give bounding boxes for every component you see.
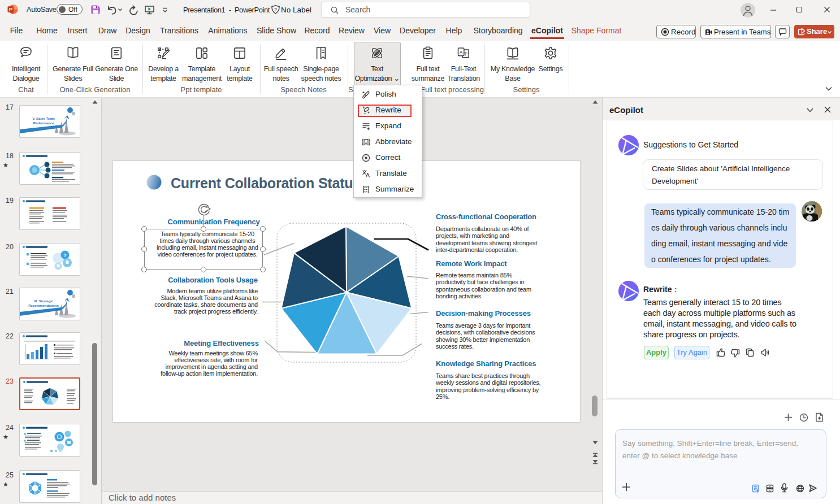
svg-text:P: P — [9, 6, 13, 12]
svg-text:?: ? — [274, 7, 277, 12]
svg-text:?: ? — [63, 253, 67, 258]
svg-text:Recommendations: Recommendations — [28, 304, 59, 307]
svg-text:Performance: Performance — [33, 121, 54, 125]
svg-text:VI. Strategic: VI. Strategic — [34, 299, 54, 303]
svg-text:A: A — [460, 50, 463, 55]
svg-text:中: 中 — [464, 51, 468, 57]
svg-text:V. Sales Team: V. Sales Team — [32, 117, 54, 120]
